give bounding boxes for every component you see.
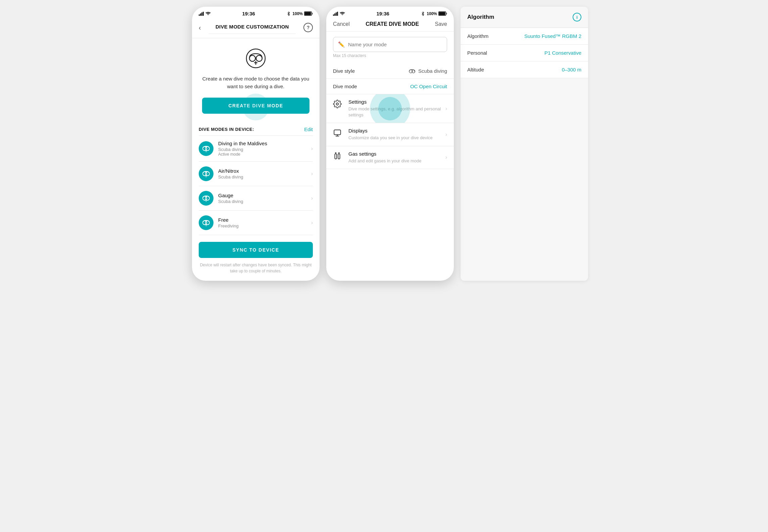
screen2-create-dive-mode: 19:36 100% Cancel CREATE DIVE MODE Save …: [326, 7, 454, 281]
info-button[interactable]: i: [573, 13, 581, 21]
bluetooth-icon-2: [421, 11, 425, 16]
mode-name-input[interactable]: [348, 42, 442, 47]
save-button[interactable]: Save: [435, 21, 447, 27]
gas-settings-title: Gas settings: [348, 151, 445, 157]
mode-name-gauge: Gauge: [218, 193, 311, 198]
signal-icon-2: [333, 12, 338, 16]
gas-settings-menu-item[interactable]: Gas settings Add and edit gases in your …: [326, 146, 454, 169]
dive-style-row[interactable]: Dive style Scuba diving: [326, 63, 454, 79]
help-button[interactable]: ?: [303, 23, 313, 32]
scuba-icon-1: [201, 144, 211, 153]
battery-icon-2: [438, 11, 447, 16]
personal-label: Personal: [467, 50, 487, 56]
dive-style-val: Scuba diving: [418, 68, 447, 74]
svg-point-37: [336, 103, 339, 105]
chevron-icon-2: ›: [311, 171, 313, 177]
input-hint: Max 15 characters: [333, 53, 447, 58]
mode-sub-maldives: Scuba diving: [218, 147, 311, 152]
altitude-value: 0–300 m: [562, 67, 581, 72]
battery-pct-2: 100%: [427, 11, 437, 16]
right-status-icons-2: 100%: [421, 11, 447, 16]
mode-avatar-free: [199, 215, 213, 230]
settings-menu-item[interactable]: Settings Dive mode settings, e.g. algori…: [326, 94, 454, 123]
bluetooth-icon-1: [286, 11, 291, 16]
mode-info-airnitrox: Air/Nitrox Scuba diving: [218, 168, 311, 179]
algorithm-panel: Algorithm i Algorithm Suunto Fused™ RGBM…: [461, 7, 588, 281]
mode-info-maldives: Diving in the Maldives Scuba diving Acti…: [218, 141, 311, 157]
svg-rect-31: [337, 12, 338, 16]
algorithm-value: Suunto Fused™ RGBM 2: [524, 33, 581, 39]
scuba-diving-icon: [408, 68, 416, 74]
create-dive-mode-button[interactable]: CREATE DIVE MODE: [202, 98, 309, 114]
edit-button[interactable]: Edit: [304, 126, 313, 132]
mode-sub-gauge: Scuba diving: [218, 199, 311, 204]
svg-rect-38: [334, 130, 341, 135]
gas-settings-chevron-icon: ›: [445, 154, 447, 160]
svg-rect-29: [334, 13, 335, 16]
battery-pct-1: 100%: [292, 11, 303, 16]
wifi-icon: [205, 12, 211, 16]
svg-rect-33: [439, 12, 445, 15]
mode-name-maldives: Diving in the Maldives: [218, 141, 311, 146]
edit-icon: ✏️: [338, 41, 345, 48]
mode-name-input-wrapper[interactable]: ✏️: [333, 37, 447, 52]
signal-icons: [199, 12, 211, 16]
sync-note: Device will restart after changes have b…: [199, 262, 313, 274]
scuba-icon-2: [201, 169, 211, 178]
page-title-2: CREATE DIVE MODE: [366, 21, 419, 27]
displays-menu-content: Displays Customize data you see in your …: [348, 128, 445, 141]
algorithm-row[interactable]: Algorithm Suunto Fused™ RGBM 2: [461, 28, 588, 45]
svg-rect-0: [199, 14, 200, 16]
mode-name-free: Free: [218, 217, 311, 223]
list-item[interactable]: Diving in the Maldives Scuba diving Acti…: [192, 136, 320, 161]
dive-style-value: Scuba diving: [408, 68, 447, 74]
chevron-icon-4: ›: [311, 220, 313, 226]
dive-modes-label: DIVE MODES IN DEVICE:: [199, 127, 254, 132]
sync-to-device-button[interactable]: SYNC TO DEVICE: [199, 242, 313, 258]
svg-rect-28: [333, 14, 334, 16]
list-item[interactable]: Free Freediving ›: [192, 211, 320, 235]
status-bar-1: 19:36 100%: [192, 7, 320, 18]
gas-icon: [333, 152, 342, 160]
mode-avatar-gauge: [199, 191, 213, 206]
svg-rect-2: [201, 12, 202, 16]
personal-row[interactable]: Personal P1 Conservative: [461, 45, 588, 61]
mode-sub-airnitrox: Scuba diving: [218, 174, 311, 179]
dive-mode-label: Dive mode: [333, 84, 357, 89]
svg-rect-5: [304, 12, 311, 15]
time-display-1: 19:36: [242, 11, 255, 16]
displays-desc: Customize data you see in your dive devi…: [348, 135, 445, 141]
gas-icon-wrapper: [333, 151, 344, 162]
gas-settings-desc: Add and edit gases in your dive mode: [348, 158, 445, 164]
mode-name-airnitrox: Air/Nitrox: [218, 168, 311, 174]
chevron-icon-1: ›: [311, 146, 313, 152]
list-item[interactable]: Air/Nitrox Scuba diving ›: [192, 162, 320, 186]
mode-sub-free: Freediving: [218, 223, 311, 228]
hero-description: Create a new dive mode to choose the dat…: [202, 75, 309, 90]
settings-menu-content: Settings Dive mode settings, e.g. algori…: [348, 99, 445, 118]
dive-modes-section-header: DIVE MODES IN DEVICE: Edit: [192, 120, 320, 136]
back-button[interactable]: ‹: [199, 24, 201, 32]
dive-mode-row[interactable]: Dive mode OC Open Circuit: [326, 79, 454, 94]
nav-bar-1: ‹ DIVE MODE CUSTOMIZATION ?: [192, 18, 320, 38]
displays-title: Displays: [348, 128, 445, 134]
cancel-button[interactable]: Cancel: [333, 21, 350, 27]
settings-chevron-icon: ›: [445, 106, 447, 112]
mode-info-free: Free Freediving: [218, 217, 311, 228]
dive-style-label: Dive style: [333, 68, 355, 74]
create-btn-wrapper: CREATE DIVE MODE: [202, 98, 309, 114]
list-item[interactable]: Gauge Scuba diving ›: [192, 186, 320, 210]
svg-rect-30: [336, 12, 337, 16]
screens-wrapper: 19:36 100% ‹ DIVE MODE CUSTOMIZATION ?: [192, 7, 576, 281]
settings-title: Settings: [348, 99, 445, 105]
displays-menu-item[interactable]: Displays Customize data you see in your …: [326, 123, 454, 146]
display-icon: [333, 128, 342, 137]
displays-chevron-icon: ›: [445, 131, 447, 138]
chevron-icon-3: ›: [311, 195, 313, 201]
svg-rect-39: [335, 154, 336, 159]
personal-value: P1 Conservative: [544, 50, 581, 56]
algorithm-header: Algorithm i: [461, 7, 588, 28]
altitude-row[interactable]: Altitude 0–300 m: [461, 61, 588, 78]
screen1-dive-mode-customization: 19:36 100% ‹ DIVE MODE CUSTOMIZATION ?: [192, 7, 320, 281]
wifi-icon-2: [340, 12, 345, 16]
